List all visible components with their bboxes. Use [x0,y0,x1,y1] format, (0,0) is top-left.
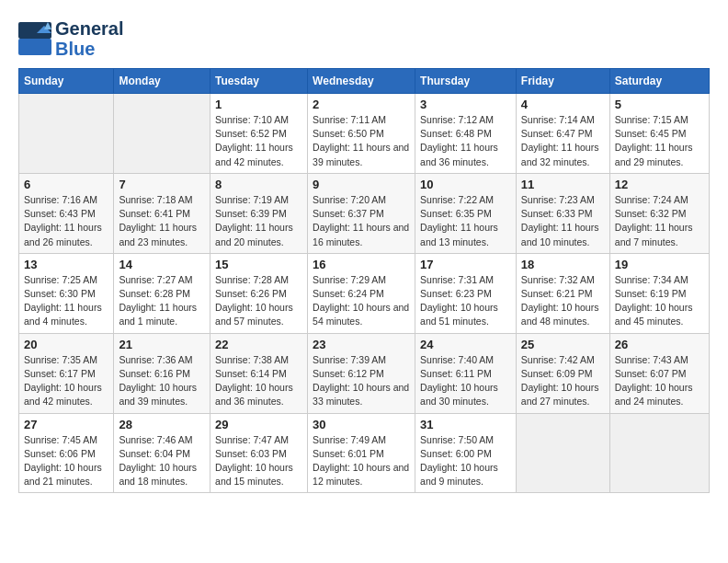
sunset: Sunset: 6:48 PM [420,128,492,139]
logo: General Blue [18,18,123,59]
sunset: Sunset: 6:35 PM [420,208,492,219]
day-info: Sunrise: 7:43 AM Sunset: 6:07 PM Dayligh… [615,353,704,409]
day-number: 15 [215,258,302,271]
sunset: Sunset: 6:12 PM [313,368,384,379]
day-info: Sunrise: 7:31 AM Sunset: 6:23 PM Dayligh… [420,273,511,329]
calendar-day: 21 Sunrise: 7:36 AM Sunset: 6:16 PM Dayl… [114,333,210,413]
day-info: Sunrise: 7:32 AM Sunset: 6:21 PM Dayligh… [521,273,605,329]
daylight: Daylight: 10 hours and 27 minutes. [521,382,599,407]
sunset: Sunset: 6:50 PM [313,128,384,139]
day-number: 10 [420,178,511,191]
day-number: 3 [420,98,511,111]
sunset: Sunset: 6:16 PM [119,368,190,379]
sunrise: Sunrise: 7:50 AM [420,434,494,445]
sunset: Sunset: 6:03 PM [215,448,287,459]
sunrise: Sunrise: 7:27 AM [119,274,192,285]
day-info: Sunrise: 7:40 AM Sunset: 6:11 PM Dayligh… [420,353,511,409]
sunrise: Sunrise: 7:40 AM [420,354,494,365]
sunset: Sunset: 6:43 PM [24,208,96,219]
day-info: Sunrise: 7:39 AM Sunset: 6:12 PM Dayligh… [313,353,410,409]
sunrise: Sunrise: 7:24 AM [615,194,688,205]
daylight: Daylight: 10 hours and 42 minutes. [24,382,102,407]
calendar-day: 4 Sunrise: 7:14 AM Sunset: 6:47 PM Dayli… [516,94,609,174]
sunrise: Sunrise: 7:49 AM [313,434,386,445]
sunrise: Sunrise: 7:19 AM [215,194,289,205]
calendar-day: 27 Sunrise: 7:45 AM Sunset: 6:06 PM Dayl… [19,413,114,493]
sunrise: Sunrise: 7:16 AM [24,194,97,205]
day-info: Sunrise: 7:16 AM Sunset: 6:43 PM Dayligh… [24,193,108,249]
calendar-day [609,413,709,493]
day-info: Sunrise: 7:34 AM Sunset: 6:19 PM Dayligh… [615,273,704,329]
day-info: Sunrise: 7:10 AM Sunset: 6:52 PM Dayligh… [215,113,302,169]
sunrise: Sunrise: 7:36 AM [119,354,192,365]
daylight: Daylight: 11 hours and 13 minutes. [420,222,498,247]
daylight: Daylight: 10 hours and 33 minutes. [313,382,409,407]
day-info: Sunrise: 7:42 AM Sunset: 6:09 PM Dayligh… [521,353,605,409]
day-info: Sunrise: 7:47 AM Sunset: 6:03 PM Dayligh… [215,433,302,489]
sunset: Sunset: 6:52 PM [215,128,287,139]
daylight: Daylight: 10 hours and 36 minutes. [215,382,293,407]
sunrise: Sunrise: 7:43 AM [615,354,688,365]
day-number: 29 [215,418,302,431]
logo-text: General Blue [55,18,123,59]
daylight: Daylight: 10 hours and 15 minutes. [215,462,293,487]
sunset: Sunset: 6:41 PM [119,208,190,219]
sunrise: Sunrise: 7:28 AM [215,274,289,285]
calendar-day: 15 Sunrise: 7:28 AM Sunset: 6:26 PM Dayl… [210,253,308,333]
calendar-day: 7 Sunrise: 7:18 AM Sunset: 6:41 PM Dayli… [114,173,210,253]
day-number: 19 [615,258,704,271]
daylight: Daylight: 10 hours and 39 minutes. [119,382,197,407]
day-number: 30 [313,418,410,431]
calendar-day: 11 Sunrise: 7:23 AM Sunset: 6:33 PM Dayl… [516,173,609,253]
day-number: 17 [420,258,511,271]
calendar-day: 8 Sunrise: 7:19 AM Sunset: 6:39 PM Dayli… [210,173,308,253]
day-number: 8 [215,178,302,191]
sunset: Sunset: 6:32 PM [615,208,687,219]
daylight: Daylight: 11 hours and 1 minute. [119,302,197,327]
day-info: Sunrise: 7:11 AM Sunset: 6:50 PM Dayligh… [313,113,410,169]
day-number: 1 [215,98,302,111]
day-info: Sunrise: 7:35 AM Sunset: 6:17 PM Dayligh… [24,353,108,409]
day-number: 6 [24,178,108,191]
day-info: Sunrise: 7:25 AM Sunset: 6:30 PM Dayligh… [24,273,108,329]
sunrise: Sunrise: 7:42 AM [521,354,595,365]
sunrise: Sunrise: 7:20 AM [313,194,386,205]
day-number: 31 [420,418,511,431]
sunset: Sunset: 6:06 PM [24,448,96,459]
day-number: 20 [24,338,108,351]
sunset: Sunset: 6:07 PM [615,368,687,379]
daylight: Daylight: 11 hours and 26 minutes. [24,222,102,247]
calendar-day: 31 Sunrise: 7:50 AM Sunset: 6:00 PM Dayl… [415,413,517,493]
daylight: Daylight: 11 hours and 7 minutes. [615,222,693,247]
sunset: Sunset: 6:24 PM [313,288,384,299]
day-number: 24 [420,338,511,351]
calendar-day: 26 Sunrise: 7:43 AM Sunset: 6:07 PM Dayl… [609,333,709,413]
sunrise: Sunrise: 7:38 AM [215,354,289,365]
sunrise: Sunrise: 7:39 AM [313,354,386,365]
calendar-day [114,94,210,174]
sunset: Sunset: 6:09 PM [521,368,593,379]
day-info: Sunrise: 7:38 AM Sunset: 6:14 PM Dayligh… [215,353,302,409]
sunset: Sunset: 6:01 PM [313,448,384,459]
calendar-day [516,413,609,493]
day-number: 4 [521,98,605,111]
day-number: 21 [119,338,205,351]
day-info: Sunrise: 7:18 AM Sunset: 6:41 PM Dayligh… [119,193,205,249]
sunrise: Sunrise: 7:25 AM [24,274,97,285]
daylight: Daylight: 11 hours and 4 minutes. [24,302,102,327]
sunset: Sunset: 6:26 PM [215,288,287,299]
day-info: Sunrise: 7:19 AM Sunset: 6:39 PM Dayligh… [215,193,302,249]
day-number: 2 [313,98,410,111]
weekday-header-friday: Friday [516,69,609,94]
day-number: 13 [24,258,108,271]
sunset: Sunset: 6:30 PM [24,288,96,299]
calendar-day: 23 Sunrise: 7:39 AM Sunset: 6:12 PM Dayl… [308,333,415,413]
day-info: Sunrise: 7:29 AM Sunset: 6:24 PM Dayligh… [313,273,410,329]
day-info: Sunrise: 7:27 AM Sunset: 6:28 PM Dayligh… [119,273,205,329]
daylight: Daylight: 11 hours and 16 minutes. [313,222,409,247]
day-number: 7 [119,178,205,191]
calendar-day: 9 Sunrise: 7:20 AM Sunset: 6:37 PM Dayli… [308,173,415,253]
sunrise: Sunrise: 7:46 AM [119,434,192,445]
sunset: Sunset: 6:37 PM [313,208,384,219]
sunrise: Sunrise: 7:22 AM [420,194,494,205]
